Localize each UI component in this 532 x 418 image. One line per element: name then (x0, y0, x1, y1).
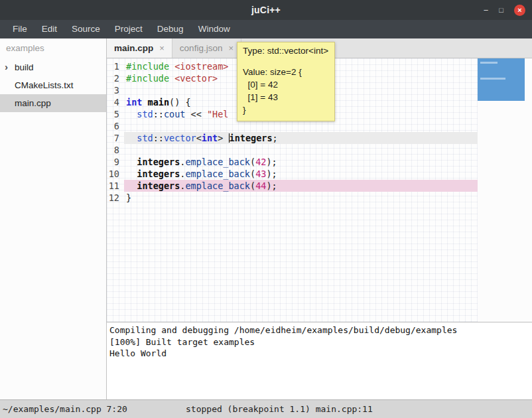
code-line-text (124, 120, 478, 132)
line-number: 6 (107, 120, 124, 132)
line-number: 8 (107, 144, 124, 156)
code-line-7[interactable]: 7 std::vector<int> integers; (107, 132, 478, 144)
output-panel[interactable]: Compiling and debugging /home/eidheim/ex… (107, 322, 532, 399)
project-root-label: examples (0, 38, 106, 58)
code-line-11[interactable]: 11 integers.emplace_back(44); (107, 180, 478, 192)
code-line-6[interactable]: 6 (107, 120, 478, 132)
code-line-text: std::vector<int> integers; (124, 132, 478, 144)
menu-item-window[interactable]: Window (191, 20, 237, 38)
file-label: main.cpp (15, 98, 51, 108)
line-number: 10 (107, 168, 124, 180)
sidebar-item-build[interactable]: ›build (0, 58, 106, 76)
line-number: 5 (107, 108, 124, 120)
tab-close-icon[interactable]: × (228, 43, 233, 53)
menu-item-debug[interactable]: Debug (150, 20, 191, 38)
tooltip-value-body: Value: size=2 { [0] = 42 [1] = 43} (243, 66, 329, 116)
menubar: FileEditSourceProjectDebugWindow (0, 20, 532, 38)
status-debug-state: stopped (breakpoint 1.1) main.cpp:11 (186, 400, 373, 418)
editor-right-margin (478, 58, 532, 322)
debug-value-tooltip: Type: std::vector<int> Value: size=2 { [… (237, 42, 335, 121)
line-number: 3 (107, 84, 124, 96)
code-line-10[interactable]: 10 integers.emplace_back(43); (107, 168, 478, 180)
line-number: 4 (107, 96, 124, 108)
code-line-text: integers.emplace_back(42); (124, 156, 478, 168)
file-tree: ›buildCMakeLists.txtmain.cpp (0, 58, 106, 112)
menu-item-edit[interactable]: Edit (34, 20, 64, 38)
code-line-12[interactable]: 12} (107, 192, 478, 204)
tooltip-type-line: Type: std::vector<int> (243, 46, 329, 56)
menu-item-file[interactable]: File (5, 20, 34, 38)
output-line: [100%] Built target examples (109, 336, 529, 348)
file-label: build (15, 62, 34, 72)
tab-label: main.cpp (114, 43, 153, 53)
close-button[interactable]: × (514, 5, 525, 16)
window-controls: − □ × (484, 0, 525, 20)
line-number: 9 (107, 156, 124, 168)
chevron-right-icon[interactable]: › (5, 61, 8, 72)
line-number: 1 (107, 60, 124, 72)
line-number: 12 (107, 192, 124, 204)
sidebar-item-cmakelists-txt[interactable]: CMakeLists.txt (0, 76, 106, 94)
file-tree-panel: examples ›buildCMakeLists.txtmain.cpp (0, 38, 107, 399)
status-file-position: ~/examples/main.cpp 7:20 (3, 400, 127, 418)
tooltip-value-line: } (243, 104, 329, 116)
menu-item-source[interactable]: Source (64, 20, 107, 38)
sidebar-item-main-cpp[interactable]: main.cpp (0, 94, 106, 112)
tooltip-value-line: [1] = 43 (243, 91, 329, 104)
overview-map-line (480, 78, 505, 80)
tab-close-icon[interactable]: × (159, 43, 165, 53)
window-title: juCi++ (251, 5, 281, 15)
code-line-8[interactable]: 8 (107, 144, 478, 156)
output-line: Compiling and debugging /home/eidheim/ex… (109, 324, 529, 336)
overview-map[interactable] (478, 58, 525, 101)
statusbar: ~/examples/main.cpp 7:20 stopped (breakp… (0, 399, 532, 418)
menu-item-project[interactable]: Project (107, 20, 150, 38)
overview-map-line (480, 62, 498, 64)
code-line-text: } (124, 192, 478, 204)
file-label: CMakeLists.txt (15, 80, 74, 90)
minimize-button[interactable]: − (484, 6, 489, 15)
tab-label: config.json (180, 43, 223, 53)
output-line: Hello World (109, 348, 529, 360)
code-line-text: integers.emplace_back(44); (124, 180, 478, 192)
app-window: juCi++ − □ × FileEditSourceProjectDebugW… (0, 0, 532, 418)
tooltip-value-line: Value: size=2 { (243, 66, 329, 78)
code-line-text (124, 144, 478, 156)
code-line-9[interactable]: 9 integers.emplace_back(42); (107, 156, 478, 168)
line-number: 7 (107, 132, 124, 144)
line-number: 2 (107, 72, 124, 84)
tab-config-json[interactable]: config.json× (172, 38, 241, 58)
code-line-text: integers.emplace_back(43); (124, 168, 478, 180)
restore-button[interactable]: □ (499, 7, 503, 14)
line-number: 11 (107, 180, 124, 192)
tab-main-cpp[interactable]: main.cpp× (107, 38, 172, 58)
titlebar[interactable]: juCi++ − □ × (0, 0, 532, 20)
tooltip-value-line: [0] = 42 (243, 78, 329, 91)
